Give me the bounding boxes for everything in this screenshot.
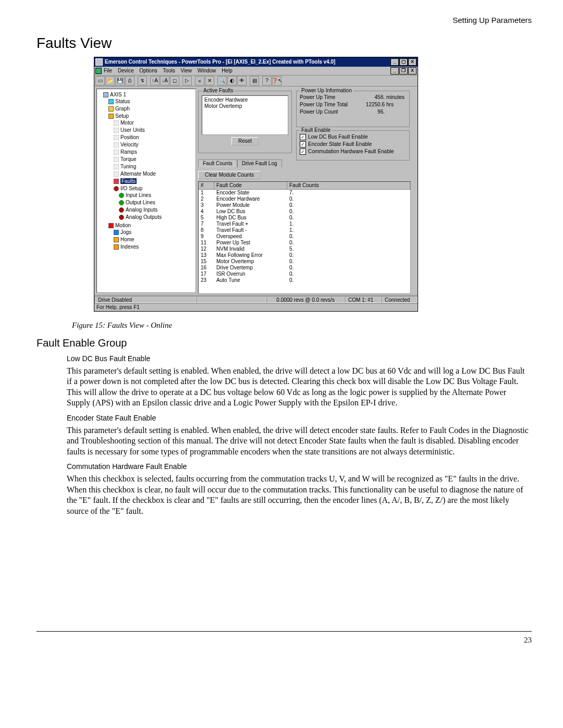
fault-counts-table[interactable]: # Fault Code Fault Counts 1Encoder State… [198,181,411,294]
tree-motion[interactable]: Motion Jogs Home Indexes [108,222,194,251]
print-icon[interactable]: ⎙ [125,76,134,85]
tree-ramps[interactable]: Ramps [114,149,194,156]
checkbox-encoder[interactable]: ✓ [300,141,306,147]
chart-icon[interactable]: ▤ [250,76,259,85]
tree-torque[interactable]: Torque [114,156,194,163]
cell-code: Encoder Hardware [214,196,287,202]
table-row[interactable]: 2Encoder Hardware0. [199,196,410,202]
col-header-counts[interactable]: Fault Counts [287,182,410,189]
cell-code: Encoder State [214,190,287,196]
close-button[interactable]: X [408,58,417,66]
app-icon [95,58,103,66]
tree-iosetup[interactable]: I/O Setup Input Lines Output Lines Analo… [114,185,194,221]
mdi-close-button[interactable]: X [408,67,417,75]
table-row[interactable]: 8Travel Fault -1. [199,227,410,233]
table-row[interactable]: 5High DC Bus0. [199,215,410,221]
para-commutation: When this checkbox is selected, faults o… [67,474,532,516]
page-header: Setting Up Parameters [36,16,532,24]
heading-faults-view: Faults View [36,35,532,52]
mdi-restore-button[interactable]: ❐ [399,67,408,75]
menu-view[interactable]: View [180,68,192,73]
active-faults-list[interactable]: Encoder Hardware Motor Overtemp [202,95,288,135]
whats-this-icon[interactable]: ❓↖ [272,76,282,85]
tree-home[interactable]: Home [114,236,194,243]
clear-module-counts-button[interactable]: Clear Module Counts [198,171,261,179]
cell-num: 9 [199,233,214,240]
cell-code: Power Up Test [214,240,287,246]
table-row[interactable]: 23Auto Tune0. [199,277,410,283]
stop-icon[interactable]: ◻ [170,76,179,85]
nav-tree[interactable]: AXIS 1 Status Graph Setup Motor User Uni… [96,89,196,293]
table-row[interactable]: 12NVM Invalid5. [199,246,410,252]
eye-icon[interactable]: 👁 [237,76,247,85]
cell-count: 0. [287,271,410,277]
col-header-code[interactable]: Fault Code [214,182,287,189]
table-row[interactable]: 17ISR Overrun0. [199,271,410,277]
menu-help[interactable]: Help [222,68,232,73]
menu-device[interactable]: Device [118,68,134,73]
table-row[interactable]: 16Drive Overtemp0. [199,265,410,271]
col-header-num[interactable]: # [199,182,214,189]
tree-motor[interactable]: Motor [114,119,194,127]
tree-tuning[interactable]: Tuning [114,163,194,170]
tree-analoginputs[interactable]: Analog Inputs [119,206,194,214]
tree-jogs[interactable]: Jogs [114,229,194,236]
active-fault-item: Motor Overtemp [204,103,286,109]
help-icon[interactable]: ? [262,76,272,85]
cell-num: 15 [199,258,214,265]
tree-faults[interactable]: Faults [114,178,194,185]
tab-drive-fault-log[interactable]: Drive Fault Log [237,159,282,167]
zoom-icon[interactable]: 🔍 [217,76,227,85]
delete-icon[interactable]: ✕ [205,76,214,85]
menu-file[interactable]: File [104,68,112,73]
table-row[interactable]: 15Motor Overtemp0. [199,258,410,265]
checkbox-label: Low DC Bus Fault Enable [308,134,368,140]
tree-altmode[interactable]: Alternate Mode [114,170,194,178]
menu-options[interactable]: Options [139,68,157,73]
reset-button[interactable]: Reset [231,137,259,145]
disconnect-icon[interactable]: ⨉ [195,76,204,85]
download-icon[interactable]: ↓A [160,76,169,85]
tab-fault-counts[interactable]: Fault Counts [198,159,237,167]
menu-window[interactable]: Window [198,68,216,73]
tree-velocity[interactable]: Velocity [114,141,194,149]
tree-position[interactable]: Position [114,134,194,141]
table-row[interactable]: 7Travel Fault +1. [199,221,410,227]
upload-icon[interactable]: ↑A [150,76,160,85]
open-icon[interactable]: 📂 [105,76,115,85]
table-row[interactable]: 1Encoder State7. [199,190,410,196]
status-connected: Connected [381,296,418,303]
tree-analogoutputs[interactable]: Analog Outputs [119,214,194,221]
titlebar: Emerson Control Techniques - PowerTools … [94,57,418,67]
cell-count: 0. [287,233,410,240]
table-row[interactable]: 13Max Following Error0. [199,252,410,258]
table-row[interactable]: 4Low DC Bus0. [199,208,410,215]
tree-userunits[interactable]: User Units [114,127,194,134]
tree-outputlines[interactable]: Output Lines [119,199,194,206]
analogout-icon [119,215,124,220]
checkbox-lowdc[interactable]: ✓ [300,134,306,140]
checkbox-commutation[interactable]: ✓ [300,149,306,155]
table-row[interactable]: 11Power Up Test0. [199,240,410,246]
tree-graph[interactable]: Graph [108,105,194,113]
save-icon[interactable]: 💾 [115,76,125,85]
run-icon[interactable]: ▷ [182,76,192,85]
tree-setup[interactable]: Setup Motor User Units Position Velocity… [108,113,194,222]
tree-axis[interactable]: AXIS 1 Status Graph Setup Motor User Uni… [103,91,194,252]
table-row[interactable]: 9Overspeed0. [199,233,410,240]
new-icon[interactable]: ▭ [95,76,105,85]
cell-num: 1 [199,190,214,196]
table-row[interactable]: 3Power Module0. [199,202,410,208]
reconnect-icon[interactable]: ↯ [138,76,147,85]
tree-indexes[interactable]: Indexes [114,243,194,251]
para-lowdc: This parameter's default setting is enab… [67,366,532,409]
mdi-minimize-button[interactable]: _ [390,67,399,75]
menu-tools[interactable]: Tools [163,68,175,73]
io-icon [114,186,119,191]
tree-status[interactable]: Status [108,98,194,105]
maximize-button[interactable]: ▢ [399,58,408,66]
minimize-button[interactable]: _ [390,58,399,66]
group-active-faults: Active Faults Encoder Hardware Motor Ove… [198,91,292,153]
tree-inputlines[interactable]: Input Lines [119,192,194,199]
view-icon[interactable]: ◐ [227,76,237,85]
